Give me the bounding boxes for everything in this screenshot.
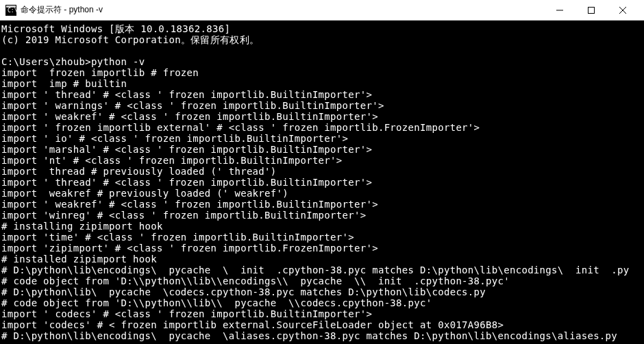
terminal-line: import '_weakref' # <class '_frozen_impo… [1,199,643,210]
terminal-line: # installing zipimport hook [1,221,643,232]
terminal-line: # D:\python\lib\encodings\__pycache__\__… [1,265,643,275]
terminal-line: import '_io' # <class '_frozen_importlib… [1,133,643,144]
terminal-line: import 'codecs' # <_frozen_importlib_ext… [1,319,643,330]
terminal-output[interactable]: Microsoft Windows [版本 10.0.18362.836](c)… [0,21,644,344]
close-button[interactable] [607,0,639,21]
window-controls [544,0,639,21]
terminal-line: import 'time' # <class '_frozen_importli… [1,232,643,243]
terminal-line: # code object from 'D:\\python\\lib\\__p… [1,297,643,308]
terminal-line: # code object from 'D:\\python\\lib\\enc… [1,275,643,286]
terminal-line [1,45,643,56]
terminal-line: import '_codecs' # <class '_frozen_impor… [1,308,643,319]
cmd-icon: C:\ [5,5,16,16]
terminal-line: # D:\python\lib\__pycache__\codecs.cpyth… [1,286,643,297]
terminal-line: import '_thread' # <class '_frozen_impor… [1,177,643,188]
terminal-line: import '_frozen_importlib_external' # <c… [1,122,643,133]
window-title: 命令提示符 - python -v [21,4,544,16]
terminal-line: import _frozen_importlib # frozen [1,67,643,78]
minimize-button[interactable] [544,0,575,21]
terminal-line: # installed zipimport hook [1,254,643,265]
terminal-line: (c) 2019 Microsoft Corporation。保留所有权利。 [1,34,643,45]
terminal-line: Microsoft Windows [版本 10.0.18362.836] [1,23,643,34]
svg-text:C:\: C:\ [8,8,16,14]
terminal-line: import '_thread' # <class '_frozen_impor… [1,89,643,100]
terminal-line: import 'winreg' # <class '_frozen_import… [1,210,643,221]
terminal-line: # D:\python\lib\encodings\__pycache__\al… [1,330,643,341]
terminal-line: import '_warnings' # <class '_frozen_imp… [1,100,643,111]
terminal-line: import 'nt' # <class '_frozen_importlib.… [1,155,643,166]
terminal-line: import _imp # builtin [1,78,643,89]
svg-rect-4 [589,7,595,13]
terminal-line: import _weakref # previously loaded ('_w… [1,188,643,199]
window-titlebar: C:\ 命令提示符 - python -v [0,0,644,21]
terminal-line: C:\Users\zhoub>python -v [1,56,643,67]
terminal-line: import '_weakref' # <class '_frozen_impo… [1,111,643,122]
maximize-button[interactable] [575,0,607,21]
terminal-line: import _thread # previously loaded ('_th… [1,166,643,177]
terminal-line: import 'zipimport' # <class '_frozen_imp… [1,243,643,254]
terminal-line: import 'marshal' # <class '_frozen_impor… [1,144,643,155]
